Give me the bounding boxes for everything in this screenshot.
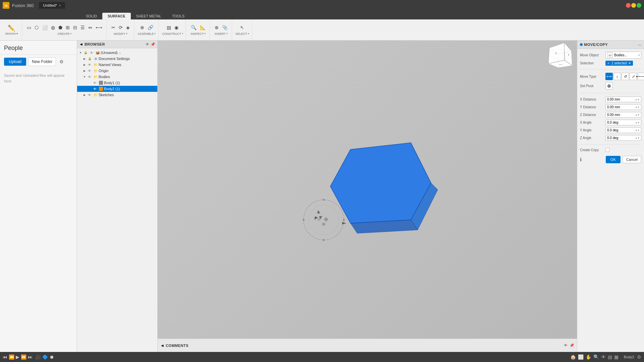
tab-solid[interactable]: SOLID	[80, 13, 102, 19]
z-angle-stepper[interactable]: ▲▼	[635, 137, 640, 139]
svg-point-4	[309, 205, 339, 235]
new-folder-button[interactable]: New Folder	[28, 57, 56, 66]
tab-surface[interactable]: SURFACE	[102, 13, 131, 19]
create-revolve-button[interactable]: ⬜	[41, 24, 49, 31]
vt-grid-icon[interactable]: ▤	[608, 354, 612, 360]
timeline-start-button[interactable]: ⏮	[3, 354, 7, 360]
create-face-button[interactable]: ▭	[25, 24, 33, 31]
sketches-toggle[interactable]: ▶	[83, 93, 87, 97]
insert-btn1[interactable]: ⊕	[213, 24, 220, 31]
panel-minimize-button[interactable]: —	[638, 43, 641, 47]
move-object-value: Bodies...	[614, 53, 627, 57]
window-maximize-button[interactable]	[637, 3, 641, 8]
move-type-translate-button[interactable]: ⟷	[605, 73, 613, 80]
nav-cube[interactable]: F B L R T Bo	[547, 43, 574, 70]
select-btn1[interactable]: ↖	[239, 24, 246, 31]
origin-toggle[interactable]: ▶	[83, 69, 87, 73]
create-sweep-button[interactable]: ◍	[50, 24, 56, 31]
tab-sheet-metal[interactable]: SHEET METAL	[131, 13, 167, 19]
y-angle-input[interactable]: 0.0 deg ▲▼	[605, 127, 641, 133]
assemble-btn2[interactable]: 🔗	[146, 24, 155, 31]
timeline-end-button[interactable]: ⏭	[28, 354, 33, 360]
cancel-button[interactable]: Cancel	[623, 156, 641, 163]
create-copy-checkbox[interactable]	[605, 148, 609, 152]
x-distance-stepper[interactable]: ▲▼	[635, 98, 640, 101]
create-loft-button[interactable]: ⬟	[57, 24, 64, 31]
named-views-eye-icon: 👁	[87, 62, 92, 67]
browser-eye-icon[interactable]: 👁	[146, 42, 149, 47]
named-views-toggle[interactable]: ▶	[83, 63, 87, 67]
y-angle-stepper[interactable]: ▲▼	[635, 129, 640, 131]
browser-collapse-icon[interactable]: ◄	[79, 42, 83, 47]
ok-button[interactable]: OK	[606, 156, 621, 163]
create-mirror-button[interactable]: ⇔	[87, 24, 94, 31]
z-distance-input[interactable]: 0.00 mm ▲▼	[605, 112, 641, 118]
vt-display-icon[interactable]: 👁	[601, 354, 606, 360]
tab-tools[interactable]: TOOLS	[167, 13, 190, 19]
insert-btn2[interactable]: 📎	[221, 24, 229, 31]
tab-close-button[interactable]: ×	[59, 4, 61, 7]
timeline-keyframe-button[interactable]: 🔷	[42, 354, 48, 360]
tree-item-sketches[interactable]: ▶ 👁 📁 Sketches	[77, 92, 157, 98]
y-distance-stepper[interactable]: ▲▼	[635, 106, 640, 108]
vt-home-icon[interactable]: 🏠	[570, 354, 576, 360]
move-type-along-axis-button[interactable]: ↕	[613, 73, 621, 80]
modify-btn1[interactable]: ✂	[110, 24, 117, 31]
z-distance-stepper[interactable]: ▲▼	[635, 114, 640, 116]
tree-item-body1[interactable]: 👁 Body1 (1)	[77, 80, 157, 86]
set-pivot-button[interactable]: ⊕	[605, 82, 613, 89]
vt-zoom-icon[interactable]: 🔍	[593, 354, 599, 360]
tree-item-named-views[interactable]: ▶ 👁 📁 Named Views	[77, 62, 157, 68]
move-object-dropdown[interactable]: ▭ Bodies... ▾	[605, 52, 641, 59]
timeline-controls: 🎥 🔷 ⏺	[35, 354, 54, 360]
x-angle-input[interactable]: 0.0 deg ▲▼	[605, 120, 641, 125]
construct-btn2[interactable]: ◉	[173, 24, 180, 31]
move-type-component-button[interactable]: ⟵⟶	[638, 73, 644, 80]
window-close-button[interactable]	[626, 3, 631, 8]
active-tab[interactable]: Untitled* ×	[39, 2, 65, 9]
timeline-next-button[interactable]: ⏩	[21, 354, 26, 360]
comments-pin-icon[interactable]: 📌	[570, 343, 574, 348]
comments-expand-icon[interactable]: ◄	[160, 343, 164, 348]
vt-pan-icon[interactable]: ✋	[586, 354, 591, 360]
create-extrude-button[interactable]: ⬡	[33, 24, 40, 31]
browser-pin-icon[interactable]: 📌	[151, 42, 155, 47]
info-button[interactable]: ℹ	[580, 157, 582, 162]
tree-item-doc-settings[interactable]: ▶ 🔒 ⚙ Document Settings	[77, 56, 157, 62]
window-minimize-button[interactable]	[631, 3, 636, 8]
tree-item-body2[interactable]: 👁 Body2 (1)	[77, 86, 157, 92]
create-thicken-button[interactable]: ⟷	[94, 24, 104, 31]
modify-btn3[interactable]: ◈	[125, 24, 131, 31]
z-angle-input[interactable]: 0.0 deg ▲▼	[605, 135, 641, 141]
timeline-prev-button[interactable]: ⏪	[9, 354, 14, 360]
timeline-play-button[interactable]: ▶	[16, 354, 19, 360]
assemble-btn1[interactable]: ⊕	[139, 24, 146, 31]
tree-item-origin[interactable]: ▶ 👁 📁 Origin	[77, 68, 157, 74]
timeline-camera-button[interactable]: 🎥	[35, 354, 41, 360]
inspect-btn2[interactable]: 📐	[199, 24, 207, 31]
design-button[interactable]: ✏️ DESIGN ▾	[4, 23, 19, 36]
y-distance-input[interactable]: 0.00 mm ▲▼	[605, 104, 641, 110]
people-settings-button[interactable]: ⚙	[58, 58, 65, 66]
bodies-toggle[interactable]: ▼	[83, 75, 87, 79]
x-distance-input[interactable]: 0.00 mm ▲▼	[605, 97, 641, 102]
create-patch-button[interactable]: ⊞	[64, 24, 71, 31]
create-ruled-button[interactable]: ⊟	[72, 24, 78, 31]
create-offset-button[interactable]: ☰	[79, 24, 86, 31]
construct-btn1[interactable]: ▤	[165, 24, 172, 31]
modify-btn2[interactable]: ⟳	[117, 24, 124, 31]
selection-clear-button[interactable]: ✕	[628, 61, 631, 65]
vt-orbit-icon[interactable]: ⬜	[578, 354, 584, 360]
inspect-btn1[interactable]: 🔍	[190, 24, 198, 31]
comments-eye-icon[interactable]: 👁	[564, 343, 568, 348]
timeline-record-button[interactable]: ⏺	[49, 354, 54, 360]
tree-item-bodies[interactable]: ▼ 👁 📁 Bodies	[77, 74, 157, 80]
move-type-rotate-button[interactable]: ↺	[622, 73, 629, 80]
status-settings-icon[interactable]: ⚙	[637, 354, 641, 360]
upload-button[interactable]: Upload	[4, 58, 26, 66]
root-toggle[interactable]: ▼	[78, 51, 83, 55]
doc-settings-toggle[interactable]: ▶	[83, 57, 87, 61]
x-angle-stepper[interactable]: ▲▼	[635, 121, 640, 124]
tree-item-root[interactable]: ▼ 🔒 👁 📦 (Unsaved) ⌂	[77, 50, 157, 56]
vt-snap-icon[interactable]: ▦	[614, 354, 619, 360]
